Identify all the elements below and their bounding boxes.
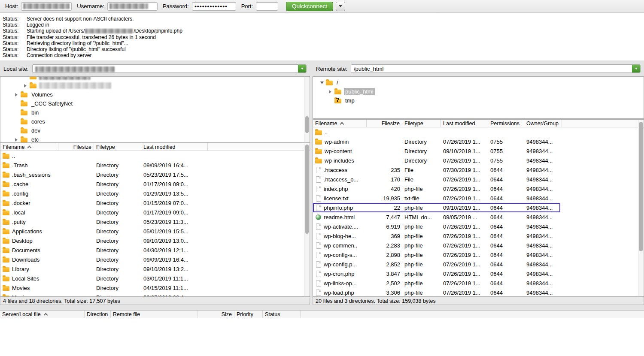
file-row-docker[interactable]: .dockerDirectory01/15/2019 07:0... — [0, 198, 310, 208]
remote-site-combo[interactable]: /public_html — [351, 64, 641, 73]
tree-item-dev[interactable]: dev — [0, 126, 310, 135]
cell-name: .docker — [0, 200, 58, 206]
tree-item-redacted[interactable] — [0, 76, 310, 81]
column-header-last-modified[interactable]: Last modified — [441, 120, 488, 127]
tree-item-etc[interactable]: etc — [0, 135, 310, 143]
column-header-filename[interactable]: Filename — [0, 143, 58, 151]
column-header-filetype[interactable]: Filetype — [402, 120, 441, 127]
file-row-putty[interactable]: .puttyDirectory05/23/2019 11:3... — [0, 217, 310, 226]
cell-modified: 09/10/2019 13:2... — [141, 266, 208, 272]
column-header-permissions[interactable]: Permissions — [488, 120, 524, 127]
file-row-config[interactable]: .configDirectory01/29/2019 13:5... — [0, 189, 310, 198]
file-row-cache[interactable]: .cacheDirectory01/17/2019 09:0... — [0, 179, 310, 189]
file-row-htaccess-o[interactable]: .htaccess_o...170File07/26/2019 1...0644… — [313, 175, 644, 184]
file-row-htaccess[interactable]: .htaccess235File07/30/2019 1...064494983… — [313, 165, 644, 175]
cell-size: 3,847 — [367, 271, 402, 277]
file-row-movies[interactable]: MoviesDirectory04/15/2019 11:1... — [0, 283, 310, 293]
file-row-license-txt[interactable]: license.txt19,935txt-file07/26/2019 1...… — [313, 193, 644, 203]
file-icon — [316, 167, 321, 173]
file-row-desktop[interactable]: DesktopDirectory09/10/2019 13:0... — [0, 236, 310, 245]
cell-name: Applications — [0, 228, 58, 235]
local-site-combo[interactable] — [32, 64, 307, 73]
tree-item-cores[interactable]: cores — [0, 117, 310, 126]
column-header-filename[interactable]: Filename — [313, 120, 367, 127]
file-row-wp-activate[interactable]: wp-activate....6,919php-file07/26/2019 1… — [313, 222, 644, 231]
tree-item-public-html[interactable]: public_html — [313, 87, 644, 96]
column-header-server-local-file[interactable]: Server/Local file — [0, 311, 85, 318]
status-prefix: Status: — [0, 34, 27, 40]
file-row-item[interactable]: .. — [313, 127, 644, 137]
cell-owner: 9498344... — [524, 205, 562, 211]
folder-icon — [3, 173, 9, 178]
file-row-local[interactable]: .localDirectory01/17/2019 09:0... — [0, 208, 310, 217]
password-input[interactable]: ●●●●●●●●●●●●● — [192, 2, 236, 11]
username-input[interactable] — [107, 2, 158, 11]
file-row-readme-html[interactable]: readme.html7,447HTML do...09/05/2019 ...… — [313, 212, 644, 222]
folder-icon — [3, 277, 9, 281]
local-tree-scrollbar[interactable] — [304, 77, 309, 142]
file-row-downloads[interactable]: DownloadsDirectory09/09/2019 16:4... — [0, 255, 310, 264]
quickconnect-dropdown-button[interactable] — [336, 2, 345, 11]
file-row-trash[interactable]: .TrashDirectory09/09/2019 16:4... — [0, 160, 310, 170]
local-site-dropdown-button[interactable] — [298, 65, 306, 72]
file-row-wp-blog-he[interactable]: wp-blog-he...369php-file07/26/2019 1...0… — [313, 231, 644, 241]
file-row-wp-cron-php[interactable]: wp-cron.php3,847php-file07/26/2019 1...0… — [313, 269, 644, 278]
cell-name: wp-load.php — [313, 290, 367, 296]
column-header-owner-group[interactable]: Owner/Group — [524, 120, 562, 127]
folder-icon — [315, 159, 322, 163]
column-header-status[interactable]: Status — [263, 311, 301, 318]
local-list-scrollbar[interactable] — [304, 144, 309, 296]
cell-name: .htaccess_o... — [313, 176, 367, 183]
file-row-phpinfo-php[interactable]: phpinfo.php22php-file09/10/2019 1...0644… — [313, 203, 644, 212]
file-row-music[interactable]: MusicDirectory03/07/2019 08:4... — [0, 293, 310, 297]
column-header-filesize[interactable]: Filesize — [367, 120, 402, 127]
file-row-local-sites[interactable]: Local SitesDirectory03/01/2019 11:1... — [0, 274, 310, 283]
tree-item-ccc-safetynet[interactable]: _CCC SafetyNet — [0, 99, 310, 108]
column-header-filesize[interactable]: Filesize — [58, 143, 94, 151]
tree-item-volumes[interactable]: Volumes — [0, 90, 310, 99]
collapse-arrow-icon[interactable] — [320, 81, 326, 84]
file-row-applications[interactable]: ApplicationsDirectory05/01/2019 15:5... — [0, 226, 310, 236]
column-header-last-modified[interactable]: Last modified — [141, 143, 208, 151]
file-row-item[interactable]: .. — [0, 151, 310, 160]
cell-type: Directory — [94, 247, 141, 253]
remote-site-dropdown-button[interactable] — [632, 65, 640, 72]
scrollbar-thumb[interactable] — [305, 145, 309, 234]
column-header-priority[interactable]: Priority — [234, 311, 263, 318]
file-row-index-php[interactable]: index.php420php-file07/26/2019 1...06449… — [313, 184, 644, 193]
column-header-size[interactable]: Size — [197, 311, 234, 318]
column-header-filetype[interactable]: Filetype — [94, 143, 141, 151]
transfer-queue: Server/Local fileDirectionRemote fileSiz… — [0, 310, 644, 356]
host-input[interactable] — [21, 2, 72, 11]
expand-arrow-icon[interactable] — [24, 84, 30, 87]
file-row-bash-sessions[interactable]: .bash_sessionsDirectory05/23/2019 17:5..… — [0, 170, 310, 179]
file-row-library[interactable]: LibraryDirectory09/10/2019 13:2... — [0, 264, 310, 274]
file-row-wp-commen[interactable]: wp-commen..2,283php-file07/26/2019 1...0… — [313, 241, 644, 250]
remote-list-scrollbar[interactable] — [638, 120, 643, 296]
file-row-documents[interactable]: DocumentsDirectory04/30/2019 12:1... — [0, 245, 310, 255]
quickconnect-button[interactable]: Quickconnect — [286, 2, 333, 11]
expand-arrow-icon[interactable] — [329, 90, 334, 94]
column-header-label: Filetype — [96, 144, 115, 150]
filename-label: wp-blog-he... — [324, 233, 356, 239]
column-header-direction[interactable]: Direction — [85, 311, 111, 318]
tree-item-redacted[interactable] — [0, 81, 310, 90]
file-row-wp-includes[interactable]: wp-includesDirectory07/26/2019 1...07559… — [313, 156, 644, 165]
file-row-wp-load-php[interactable]: wp-load.php3,306php-file07/26/2019 1...0… — [313, 288, 644, 297]
tree-item-item[interactable]: / — [313, 78, 644, 87]
file-row-wp-config-p[interactable]: wp-config.p...2,852php-file07/26/2019 1.… — [313, 259, 644, 269]
file-row-wp-content[interactable]: wp-contentDirectory09/10/2019 1...075594… — [313, 146, 644, 156]
scrollbar-thumb[interactable] — [305, 116, 309, 133]
port-input[interactable] — [256, 2, 278, 11]
scrollbar-thumb[interactable] — [639, 122, 643, 251]
file-row-wp-admin[interactable]: wp-adminDirectory07/26/2019 1...07559498… — [313, 137, 644, 146]
tree-item-bin[interactable]: bin — [0, 108, 310, 117]
filename-label: .bash_sessions — [12, 172, 51, 178]
column-header-remote-file[interactable]: Remote file — [111, 311, 197, 318]
expand-arrow-icon[interactable] — [15, 138, 21, 142]
expand-arrow-icon[interactable] — [15, 93, 21, 97]
file-row-wp-links-op[interactable]: wp-links-op...2,502php-file07/26/2019 1.… — [313, 278, 644, 288]
tree-item-tmp[interactable]: tmp — [313, 96, 644, 105]
redacted-folder-name — [39, 82, 111, 89]
file-row-wp-config-s[interactable]: wp-config-s...2,898php-file07/26/2019 1.… — [313, 250, 644, 259]
